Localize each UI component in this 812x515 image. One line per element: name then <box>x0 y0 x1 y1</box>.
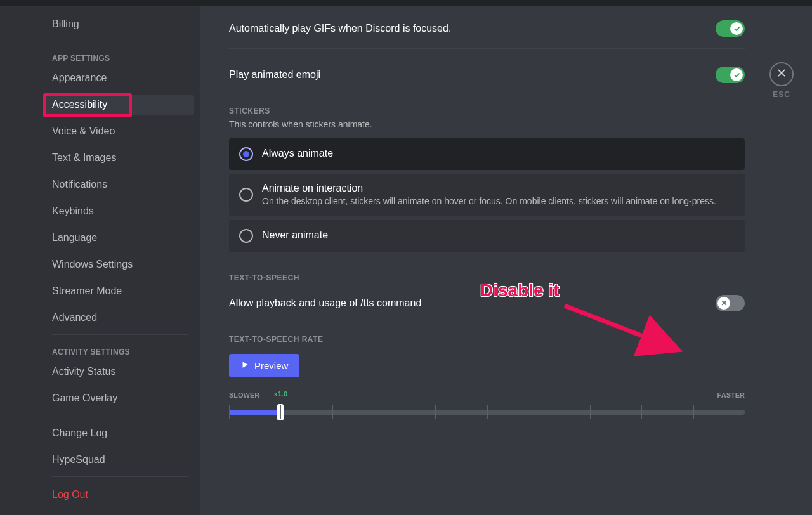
radio-label: Always animate <box>262 148 333 159</box>
play-icon <box>240 360 249 371</box>
setting-label-tts-allow: Allow playback and usage of /tts command <box>229 297 421 309</box>
rate-faster-label: FASTER <box>717 391 745 399</box>
divider <box>229 323 745 323</box>
rate-slower-label: SLOWER <box>229 391 259 399</box>
sidebar-item-activity-status[interactable]: Activity Status <box>46 362 194 382</box>
sidebar-item-windows-settings[interactable]: Windows Settings <box>46 254 194 275</box>
check-icon <box>730 68 743 81</box>
window-top-bar <box>0 0 812 6</box>
sidebar-separator <box>52 415 188 415</box>
radio-icon <box>239 188 253 202</box>
sidebar-item-language[interactable]: Language <box>46 228 194 248</box>
sidebar-item-text-images[interactable]: Text & Images <box>46 148 194 168</box>
sidebar-item-log-out[interactable]: Log Out <box>46 485 194 505</box>
section-title-stickers: STICKERS <box>229 107 745 115</box>
sidebar-item-accessibility[interactable]: Accessibility <box>46 95 194 115</box>
sidebar-item-change-log[interactable]: Change Log <box>46 423 194 443</box>
toggle-tts-allow[interactable] <box>716 295 745 311</box>
section-desc-stickers: This controls when stickers animate. <box>229 119 745 129</box>
rate-slider[interactable] <box>229 403 745 424</box>
sidebar-separator <box>52 476 188 477</box>
radio-label: Animate on interaction <box>262 183 716 194</box>
divider <box>229 48 745 49</box>
radio-group-stickers: Always animate Animate on interaction On… <box>229 138 745 252</box>
settings-sidebar: Billing APP SETTINGS Appearance Accessib… <box>0 6 200 515</box>
sidebar-separator <box>52 41 188 41</box>
sidebar-separator <box>52 334 188 335</box>
sidebar-item-voice-video[interactable]: Voice & Video <box>46 121 194 141</box>
sidebar-item-keybinds[interactable]: Keybinds <box>46 201 194 221</box>
preview-button-label: Preview <box>254 360 288 371</box>
rate-current-value: x1.0 <box>274 390 287 398</box>
close-label: ESC <box>765 90 798 99</box>
toggle-auto-gif[interactable] <box>716 20 745 37</box>
setting-label-animated-emoji: Play animated emoji <box>229 69 320 81</box>
sidebar-item-notifications[interactable]: Notifications <box>46 174 194 195</box>
sidebar-item-appearance[interactable]: Appearance <box>46 68 194 88</box>
check-icon <box>730 22 743 35</box>
sidebar-item-billing[interactable]: Billing <box>46 14 194 34</box>
divider <box>229 95 745 95</box>
close-settings: ESC <box>765 62 798 99</box>
settings-main: Automatically play GIFs when Discord is … <box>200 6 812 515</box>
preview-button[interactable]: Preview <box>229 354 299 377</box>
section-title-tts: TEXT-TO-SPEECH <box>229 273 745 282</box>
close-button[interactable] <box>769 62 794 86</box>
sidebar-item-streamer-mode[interactable]: Streamer Mode <box>46 281 194 301</box>
radio-stickers-always[interactable]: Always animate <box>229 138 745 170</box>
sidebar-header-activity-settings: ACTIVITY SETTINGS <box>46 342 194 360</box>
section-title-tts-rate: TEXT-TO-SPEECH RATE <box>229 335 745 344</box>
sidebar-header-app-settings: APP SETTINGS <box>46 49 194 67</box>
sidebar-item-hypesquad[interactable]: HypeSquad <box>46 450 194 470</box>
x-icon <box>717 297 730 310</box>
radio-stickers-interaction[interactable]: Animate on interaction On the desktop cl… <box>229 174 745 216</box>
setting-label-auto-gif: Automatically play GIFs when Discord is … <box>229 23 451 34</box>
radio-icon <box>239 229 253 243</box>
close-icon <box>776 68 787 81</box>
radio-description: On the desktop client, stickers will ani… <box>262 195 716 207</box>
sidebar-item-game-overlay[interactable]: Game Overlay <box>46 388 194 408</box>
radio-icon <box>239 147 253 161</box>
sidebar-item-advanced[interactable]: Advanced <box>46 308 194 328</box>
radio-stickers-never[interactable]: Never animate <box>229 220 745 252</box>
toggle-animated-emoji[interactable] <box>716 67 745 83</box>
radio-label: Never animate <box>262 230 328 241</box>
